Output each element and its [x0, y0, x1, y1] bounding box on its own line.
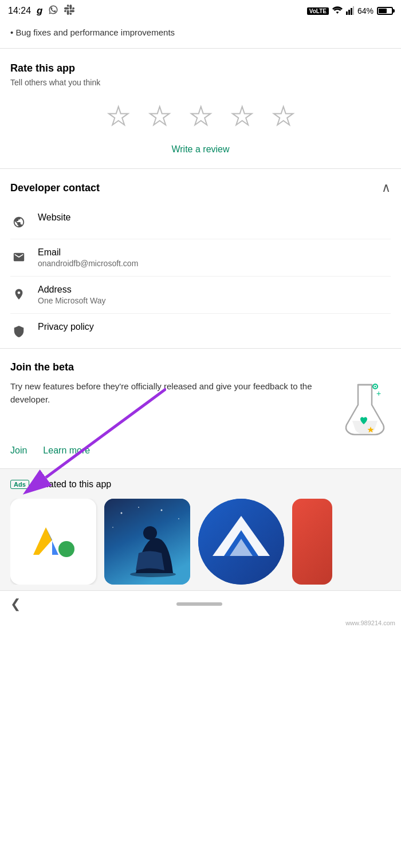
battery-icon: [377, 7, 393, 15]
svg-point-17: [130, 571, 176, 577]
svg-rect-1: [348, 10, 350, 15]
star-5[interactable]: ★: [268, 101, 298, 131]
bottom-navigation-bar: ❮: [0, 590, 401, 617]
battery-percent: 64%: [357, 6, 374, 15]
svg-point-11: [121, 512, 123, 514]
related-apps-section: Ads Related to this app: [0, 469, 401, 590]
back-button[interactable]: ❮: [10, 597, 21, 611]
contact-privacy[interactable]: Privacy policy: [10, 314, 391, 348]
app-icon-moon-reader[interactable]: [104, 499, 190, 585]
address-text-group: Address One Microsoft Way: [38, 285, 106, 305]
signal-icon: [346, 6, 354, 17]
globe-icon: [10, 214, 27, 231]
home-pill[interactable]: [176, 602, 222, 606]
svg-point-9: [58, 541, 74, 557]
developer-contact-section: Developer contact ∧ Website Email onandr…: [0, 169, 401, 349]
address-value: One Microsoft Way: [38, 296, 106, 305]
learn-more-button[interactable]: Learn more: [43, 445, 90, 456]
slack-icon: [64, 5, 74, 17]
write-review-button[interactable]: Write a review: [10, 144, 391, 155]
related-apps-row: [10, 499, 391, 585]
volte-badge: VoLTE: [307, 7, 329, 15]
beta-description: Try new features before they're official…: [10, 380, 339, 406]
app-icon-nordvpn[interactable]: [198, 499, 284, 585]
rate-title: Rate this app: [10, 62, 391, 74]
privacy-text-group: Privacy policy: [38, 322, 94, 332]
whatsapp-icon: [48, 5, 58, 17]
svg-point-12: [138, 507, 139, 508]
svg-point-13: [161, 510, 163, 511]
email-icon: [10, 248, 27, 266]
website-text-group: Website: [38, 212, 71, 223]
svg-point-16: [143, 526, 157, 540]
contact-address[interactable]: Address One Microsoft Way: [10, 277, 391, 313]
svg-text:+: +: [376, 389, 381, 398]
watermark: www.989214.com: [0, 617, 401, 629]
star-3[interactable]: ★: [186, 101, 215, 131]
status-icons-right: VoLTE 64%: [307, 6, 393, 17]
wifi-icon: [332, 6, 343, 16]
svg-rect-0: [346, 11, 348, 15]
stars-row[interactable]: ★ ★ ★ ★ ★: [10, 101, 391, 131]
shield-icon: [10, 323, 27, 340]
ads-badge: Ads: [10, 480, 29, 489]
location-icon: [10, 286, 27, 303]
related-apps-header: Ads Related to this app: [10, 479, 391, 490]
rate-section: Rate this app Tell others what you think…: [0, 49, 401, 169]
join-beta-section: Join the beta Try new features before th…: [0, 349, 401, 469]
star-1[interactable]: ★: [103, 101, 133, 131]
svg-point-14: [178, 518, 179, 519]
related-apps-title: Related to this app: [35, 479, 111, 490]
developer-contact-header: Developer contact ∧: [10, 169, 391, 204]
g-icon: g: [37, 5, 42, 17]
svg-rect-2: [351, 8, 352, 15]
bug-fixes-text: • Bug fixes and performance improvements: [10, 27, 175, 37]
website-label: Website: [38, 212, 71, 223]
chevron-up-icon[interactable]: ∧: [382, 180, 391, 195]
address-label: Address: [38, 285, 106, 295]
join-button[interactable]: Join: [10, 445, 27, 456]
status-time-area: 14:24 g: [8, 5, 74, 17]
status-bar: 14:24 g VoLTE 64%: [0, 0, 401, 22]
rate-subtitle: Tell others what you think: [10, 78, 391, 87]
svg-point-7: [375, 385, 376, 387]
contact-email[interactable]: Email onandroidfb@microsoft.com: [10, 239, 391, 276]
svg-point-15: [112, 527, 113, 528]
contact-website[interactable]: Website: [10, 204, 391, 239]
email-label: Email: [38, 247, 138, 258]
privacy-label: Privacy policy: [38, 322, 94, 332]
developer-contact-title: Developer contact: [10, 182, 100, 194]
time-display: 14:24: [8, 6, 31, 16]
beta-title: Join the beta: [10, 361, 391, 373]
star-4[interactable]: ★: [227, 101, 257, 131]
app-icon-google-ads[interactable]: [10, 499, 96, 585]
beta-flask-icon: +: [339, 380, 391, 437]
bug-fixes-section: • Bug fixes and performance improvements: [0, 22, 401, 49]
beta-content: Try new features before they're official…: [10, 380, 391, 437]
email-text-group: Email onandroidfb@microsoft.com: [38, 247, 138, 268]
beta-actions: Join Learn more: [10, 445, 391, 456]
app-icon-partial[interactable]: [292, 499, 332, 585]
star-2[interactable]: ★: [144, 101, 174, 131]
svg-rect-3: [353, 6, 354, 15]
email-value: onandroidfb@microsoft.com: [38, 259, 138, 268]
